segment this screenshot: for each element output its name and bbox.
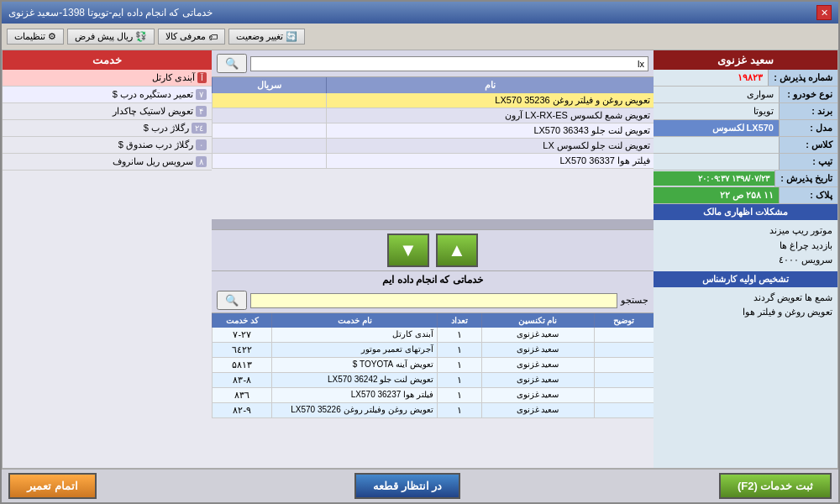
- done-desc-cell: [594, 358, 654, 372]
- type-value: [654, 160, 779, 165]
- service-search-input[interactable]: [250, 56, 648, 71]
- class-label: کلاس :: [779, 137, 837, 153]
- done-count-cell: ۱: [437, 343, 481, 357]
- bottom-bar: ثبت خدمات (F2) در انتظار قطعه اتمام تعمی…: [2, 468, 838, 502]
- list-item[interactable]: ۸ سرویس ریل سانروف: [3, 154, 212, 171]
- customer-name: سعید غزنوی: [654, 50, 837, 70]
- list-item[interactable]: آ آبندی کارتل: [3, 70, 212, 87]
- done-table-row[interactable]: سعید غزنوی ۱ تعویض روغن وفیلتر روغن LX57…: [212, 403, 654, 418]
- settings-button[interactable]: ⚙ تنظیمات: [7, 29, 64, 45]
- done-desc-cell: [594, 403, 654, 417]
- done-name-cell: تعویض لنت جلو LX570 36242: [271, 373, 436, 387]
- currency-icon: 💱: [135, 31, 147, 42]
- move-down-button[interactable]: ▼: [387, 234, 429, 267]
- owner-complaints-text: موتور ریپ میزند بازدید چراغ ها سرویس ٤۰۰…: [654, 220, 837, 271]
- table-row[interactable]: تعویض لنت جلو لکسوس LX: [212, 139, 654, 154]
- date-label: تاریخ پذیرش :: [774, 171, 837, 186]
- done-code-cell: ۸۳٦: [212, 388, 271, 402]
- done-table-row[interactable]: سعید غزنوی ۱ فیلتر هوا LX570 36237 ۸۳٦: [212, 388, 654, 403]
- done-name-cell: تعویض روغن وفیلتر روغن LX570 35226: [271, 403, 436, 417]
- done-desc-cell: [594, 388, 654, 402]
- model-label: مدل :: [779, 120, 837, 136]
- done-search-input[interactable]: [250, 293, 617, 308]
- done-tech-cell: سعید غزنوی: [481, 403, 594, 417]
- done-table-row[interactable]: سعید غزنوی ۱ تعویض لنت جلو LX570 36242 ۸…: [212, 373, 654, 388]
- finish-repair-button[interactable]: اتمام تعمیر: [8, 473, 97, 499]
- col-serial-header: سریال: [212, 77, 326, 93]
- item-badge: ۰: [196, 139, 207, 150]
- waiting-parts-button[interactable]: در انتظار قطعه: [354, 473, 460, 499]
- list-item[interactable]: ۴ تعویض لاستیک چاکدار: [3, 103, 212, 120]
- done-tech-cell: سعید غزنوی: [481, 343, 594, 357]
- done-col-count: تعداد: [437, 313, 481, 328]
- service-name-cell: تعویض لنت جلو LX570 36343: [326, 123, 654, 138]
- item-badge: ۸: [196, 156, 207, 167]
- done-section-label: خدماتی که انجام داده ایم: [212, 271, 654, 288]
- service-name-cell: تعویض روغن و فیلتر روغن LX570 35236: [326, 93, 654, 108]
- done-count-cell: ۱: [437, 328, 481, 342]
- right-panel: سعید غزنوی شماره پذیرش : ۱۹۸۲۳ نوع خودرو…: [654, 50, 838, 468]
- status-icon: 🔄: [286, 31, 297, 42]
- vehicle-type-label: نوع خودرو :: [779, 87, 837, 102]
- done-table-header: توضیح نام تکنسین تعداد نام خدمت کد خدمت: [212, 313, 654, 328]
- item-badge: آ: [197, 72, 207, 83]
- list-item[interactable]: ۲٤ رگلاژ درب $: [3, 120, 212, 137]
- vehicle-type-row: نوع خودرو : سواری: [654, 87, 837, 103]
- table-row[interactable]: تعویض روغن و فیلتر روغن LX570 35236: [212, 93, 654, 108]
- done-code-cell: ۸۳-۸: [212, 373, 271, 387]
- search-icon-button[interactable]: 🔍: [217, 54, 247, 73]
- done-col-tech: نام تکنسین: [481, 313, 594, 328]
- move-up-button[interactable]: ▲: [436, 234, 478, 267]
- done-desc-cell: [594, 343, 654, 357]
- table-row[interactable]: تعویض شمع لکسوس LX-RX-ES آرون: [212, 108, 654, 123]
- done-name-cell: تعویض آینه TOYOTA $: [271, 358, 436, 372]
- technician-header: تشخیص اولیه کارشناس: [654, 271, 837, 287]
- service-serial-cell: [212, 154, 326, 168]
- window-title: خدماتی که انجام داده ایم-تویوتا 1398-سعی…: [8, 7, 213, 18]
- done-table-row[interactable]: سعید غزنوی ۱ آبندی کارتل ۷-۲۷: [212, 328, 654, 343]
- vehicle-type-value: سواری: [654, 87, 779, 102]
- plate-row: پلاک : ۱۱ ۲۵۸ ص ۲۲: [654, 187, 837, 204]
- done-count-cell: ۱: [437, 373, 481, 387]
- date-value: ۱۳۹۸/۰۷/۲۳ ۲۰:۰۹:۳۷: [654, 171, 774, 186]
- currency-button[interactable]: 💱 ریال پیش فرض: [67, 29, 155, 45]
- status-button[interactable]: 🔄 تغییر وضعیت: [228, 29, 305, 45]
- table-row[interactable]: تعویض لنت جلو LX570 36343: [212, 123, 654, 139]
- done-col-code: کد خدمت: [212, 313, 271, 328]
- done-name-cell: فیلتر هوا LX570 36237: [271, 388, 436, 402]
- done-table-row[interactable]: سعید غزنوی ۱ تعویض آینه TOYOTA $ ۵۸۱۳: [212, 358, 654, 373]
- close-button[interactable]: ✕: [816, 5, 832, 20]
- done-name-cell: آبندی کارتل: [271, 328, 436, 342]
- register-services-button[interactable]: ثبت خدمات (F2): [719, 473, 832, 499]
- scrollbar[interactable]: [212, 219, 654, 229]
- main-content: سعید غزنوی شماره پذیرش : ۱۹۸۲۳ نوع خودرو…: [2, 50, 838, 468]
- service-serial-cell: [212, 139, 326, 153]
- done-search-row: 🔍 جستجو: [212, 288, 654, 313]
- done-table: سعید غزنوی ۱ آبندی کارتل ۷-۲۷ سعید غزنوی…: [212, 328, 654, 418]
- class-row: کلاس :: [654, 137, 837, 154]
- search-row: 🔍: [212, 50, 654, 77]
- service-name-cell: تعویض شمع لکسوس LX-RX-ES آرون: [326, 108, 654, 123]
- service-list: آ آبندی کارتل ۷ تعمیر دستگیره درب $ ۴ تع…: [3, 70, 212, 468]
- col-name-header: نام: [326, 77, 654, 93]
- done-code-cell: ۷-۲۷: [212, 328, 271, 342]
- list-item[interactable]: ۰ رگلاژ درب صندوق $: [3, 137, 212, 154]
- goods-button[interactable]: 🏷 معرفی کالا: [158, 29, 225, 45]
- done-count-cell: ۱: [437, 388, 481, 402]
- model-row: مدل : LX570 لکسوس: [654, 120, 837, 137]
- item-badge: ۴: [196, 106, 207, 117]
- table-row[interactable]: فیلتر هوا LX570 36337: [212, 154, 654, 169]
- done-search-icon-button[interactable]: 🔍: [217, 291, 247, 310]
- done-table-row[interactable]: سعید غزنوی ۱ آجرتهای تعمیر موتور ٦٤۲۲: [212, 343, 654, 358]
- done-name-cell: آجرتهای تعمیر موتور: [271, 343, 436, 357]
- technician-notes-text: شمع ها تعویض گردند تعویض روغن و فیلتر هو…: [654, 287, 837, 323]
- date-row: تاریخ پذیرش : ۱۳۹۸/۰۷/۲۳ ۲۰:۰۹:۳۷: [654, 171, 837, 187]
- goods-icon: 🏷: [208, 32, 218, 42]
- receipt-row: شماره پذیرش : ۱۹۸۲۳: [654, 70, 837, 87]
- service-serial-cell: [212, 93, 326, 108]
- done-tech-cell: سعید غزنوی: [481, 358, 594, 372]
- service-list-header: خدمت: [3, 50, 212, 70]
- list-item[interactable]: ۷ تعمیر دستگیره درب $: [3, 87, 212, 103]
- item-badge: ۲٤: [192, 123, 207, 134]
- left-panel: خدمت آ آبندی کارتل ۷ تعمیر دستگیره درب $…: [2, 50, 212, 468]
